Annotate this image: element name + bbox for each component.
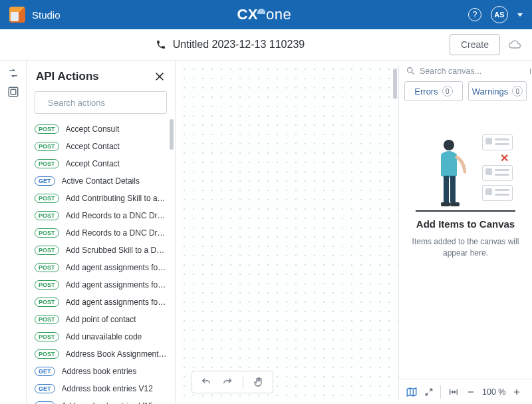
inspector-footer: 100 %	[399, 379, 532, 404]
action-label: Add agent assignments for s...	[66, 298, 167, 307]
canvas-search[interactable]	[406, 66, 524, 76]
map-icon[interactable]	[406, 386, 418, 398]
http-method-badge: POST	[35, 263, 59, 272]
action-row[interactable]: POSTAdd Scrubbed Skill to a DNC...	[35, 242, 167, 259]
cloud-icon	[257, 9, 265, 14]
search-icon	[42, 97, 43, 108]
action-row[interactable]: GETAddress book entries	[35, 363, 167, 380]
action-label: Active Contact Details	[62, 176, 140, 186]
canvas[interactable]	[180, 65, 399, 400]
action-row[interactable]: POSTAdd agent assignments for s...	[35, 276, 167, 294]
action-label: Add agent assignments for s...	[66, 280, 167, 290]
panel-title: API Actions	[36, 70, 99, 83]
errors-count: 0	[442, 86, 453, 97]
zoom-out-button[interactable]	[466, 387, 475, 397]
logo-one: one	[266, 6, 291, 23]
help-icon[interactable]: ?	[468, 8, 481, 21]
tab-label: Errors	[414, 87, 438, 97]
user-avatar[interactable]: AS	[491, 6, 508, 23]
empty-illustration: ✕	[416, 132, 515, 212]
zoom-value: 100 %	[482, 387, 505, 397]
http-method-badge: POST	[35, 124, 59, 134]
svg-rect-0	[9, 87, 18, 97]
scrollbar-thumb[interactable]	[170, 119, 174, 150]
action-label: Add unavailable code	[66, 332, 142, 341]
action-label: Add Records to a DNC Droup	[66, 228, 167, 238]
warnings-count: 0	[512, 86, 523, 97]
action-label: Address Book Assignment V4	[66, 349, 167, 359]
http-method-badge: GET	[35, 384, 55, 393]
http-method-badge: GET	[35, 401, 55, 404]
template-icon[interactable]	[7, 86, 19, 98]
swap-icon[interactable]	[7, 67, 19, 79]
pan-button[interactable]	[253, 376, 265, 388]
canvas-toolbar	[192, 371, 273, 393]
action-row[interactable]: POSTAdd Contributing Skill to a D...	[35, 190, 167, 207]
action-row[interactable]: GETAddress book entries V12	[35, 380, 167, 397]
actions-search[interactable]	[35, 91, 167, 114]
cxone-logo: CXone	[61, 6, 468, 23]
svg-rect-8	[450, 202, 460, 206]
action-row[interactable]: POSTAdd Records to a DNC Droup	[35, 224, 167, 242]
http-method-badge: POST	[35, 246, 59, 255]
http-method-badge: POST	[35, 142, 59, 151]
redo-button[interactable]	[221, 377, 233, 387]
zoom-in-button[interactable]	[512, 387, 521, 397]
action-row[interactable]: POSTAdd agent assignments for s...	[35, 259, 167, 276]
http-method-badge: POST	[35, 194, 59, 203]
action-row[interactable]: POSTAccept Contact	[35, 138, 167, 155]
svg-rect-6	[450, 176, 456, 202]
scrollbar-thumb[interactable]	[393, 69, 397, 99]
action-row[interactable]: GETActive Contact Details	[35, 172, 167, 190]
action-label: Add Contributing Skill to a D...	[66, 194, 167, 203]
svg-rect-7	[441, 202, 450, 206]
canvas-search-input[interactable]	[420, 67, 524, 76]
svg-point-2	[42, 102, 43, 103]
chevron-down-icon[interactable]	[517, 13, 523, 17]
action-row[interactable]: POSTAdd unavailable code	[35, 328, 167, 345]
phone-icon	[156, 39, 166, 50]
svg-rect-5	[444, 176, 449, 202]
svg-point-3	[408, 68, 413, 73]
action-row[interactable]: GETAddress book entries V15	[35, 397, 167, 404]
id-label: ID	[529, 67, 532, 75]
http-method-badge: POST	[35, 332, 59, 341]
document-titlebar: Untitled 2023-12-13 110239 Create	[0, 29, 532, 60]
empty-body: Items added to the canvas will appear he…	[410, 236, 521, 260]
action-row[interactable]: POSTAdd point of contact	[35, 311, 167, 328]
create-button[interactable]: Create	[450, 34, 500, 55]
http-method-badge: POST	[35, 228, 59, 238]
divider	[243, 375, 243, 389]
http-method-badge: GET	[35, 176, 55, 186]
fit-width-icon[interactable]	[448, 387, 460, 397]
action-label: Address book entries V15	[62, 401, 153, 404]
http-method-badge: POST	[35, 280, 59, 290]
http-method-badge: POST	[35, 159, 59, 168]
http-method-badge: POST	[35, 211, 59, 220]
action-label: Accept Contact	[66, 142, 120, 151]
action-row[interactable]: POSTAccept Contact	[35, 155, 167, 172]
document-title[interactable]: Untitled 2023-12-13 110239	[173, 39, 305, 51]
empty-state: ✕ Add Items to Canvas Items added to the…	[399, 108, 532, 379]
inspector-panel: ID Errors 0 Warnings 0 ✕	[399, 61, 532, 404]
http-method-badge: GET	[35, 367, 55, 376]
fullscreen-icon[interactable]	[424, 387, 434, 397]
tab-warnings[interactable]: Warnings 0	[468, 81, 527, 101]
http-method-badge: POST	[35, 298, 59, 307]
cloud-sync-icon[interactable]	[508, 40, 521, 49]
action-row[interactable]: POSTAddress Book Assignment V4	[35, 345, 167, 363]
action-label: Address book entries	[62, 367, 137, 376]
action-label: Add point of contact	[66, 315, 136, 324]
action-row[interactable]: POSTAdd agent assignments for s...	[35, 294, 167, 311]
close-icon[interactable]	[154, 71, 166, 83]
undo-button[interactable]	[200, 377, 212, 387]
search-icon	[406, 66, 416, 76]
http-method-badge: POST	[35, 315, 59, 324]
action-row[interactable]: POSTAdd Records to a DNC Droup	[35, 207, 167, 224]
action-label: Add Records to a DNC Droup	[66, 211, 167, 220]
logo-cx: CX	[237, 6, 258, 23]
tab-errors[interactable]: Errors 0	[404, 81, 463, 101]
action-row[interactable]: POSTAccept Consult	[35, 120, 167, 138]
actions-search-input[interactable]	[48, 98, 160, 108]
app-name: Studio	[32, 9, 61, 21]
